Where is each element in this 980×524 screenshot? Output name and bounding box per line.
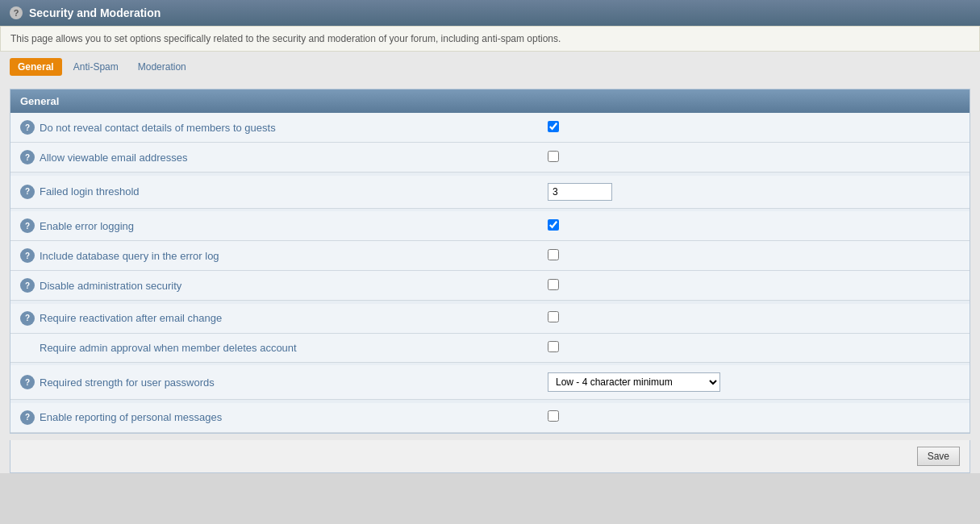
help-icon-failed-login[interactable]: ? xyxy=(20,185,35,199)
general-section: General ? Do not reveal contact details … xyxy=(10,89,970,434)
help-icon-error-logging[interactable]: ? xyxy=(20,218,35,233)
checkbox-db-query-log[interactable] xyxy=(548,249,559,260)
checkbox-report-pm[interactable] xyxy=(548,410,559,422)
help-icon-password-strength[interactable]: ? xyxy=(20,375,35,389)
label-reveal-contact: Do not reveal contact details of members… xyxy=(40,122,276,134)
row-error-logging: ? Enable error logging xyxy=(10,211,970,241)
checkbox-reveal-contact[interactable] xyxy=(548,121,559,132)
form-table: ? Do not reveal contact details of membe… xyxy=(10,113,970,433)
label-failed-login: Failed login threshold xyxy=(40,185,140,198)
label-viewable-email: Allow viewable email addresses xyxy=(40,152,188,164)
row-password-strength: ? Required strength for user passwords L… xyxy=(10,365,970,400)
row-admin-approval: Require admin approval when member delet… xyxy=(10,333,970,362)
tab-bar: General Anti-Spam Moderation xyxy=(0,52,980,82)
tab-moderation[interactable]: Moderation xyxy=(130,58,194,76)
row-db-query-log: ? Include database query in the error lo… xyxy=(10,241,970,271)
section-header: General xyxy=(10,89,970,113)
footer-row: Save xyxy=(10,440,970,473)
info-bar: This page allows you to set options spec… xyxy=(0,26,980,52)
select-password-strength[interactable]: Low - 4 character minimum Medium - 6 cha… xyxy=(548,372,720,392)
section-title: General xyxy=(20,95,59,107)
help-icon-reveal-contact[interactable]: ? xyxy=(20,120,35,135)
help-icon-db-query-log[interactable]: ? xyxy=(20,248,35,263)
checkbox-admin-security[interactable] xyxy=(548,279,559,290)
header-help-icon: ? xyxy=(10,6,23,19)
checkbox-viewable-email[interactable] xyxy=(548,151,559,162)
label-reactivation: Require reactivation after email change xyxy=(40,312,222,324)
help-icon-viewable-email[interactable]: ? xyxy=(20,150,35,164)
input-failed-login[interactable] xyxy=(548,183,612,201)
row-viewable-email: ? Allow viewable email addresses xyxy=(10,143,970,173)
label-db-query-log: Include database query in the error log xyxy=(40,250,219,262)
label-admin-approval: Require admin approval when member delet… xyxy=(40,342,297,354)
page-title: Security and Moderation xyxy=(29,6,161,19)
label-error-logging: Enable error logging xyxy=(40,220,134,232)
row-report-pm: ? Enable reporting of personal messages xyxy=(10,403,970,433)
checkbox-admin-approval[interactable] xyxy=(548,341,559,352)
help-icon-report-pm[interactable]: ? xyxy=(20,410,35,425)
tab-anti-spam[interactable]: Anti-Spam xyxy=(65,58,127,76)
help-icon-reactivation[interactable]: ? xyxy=(20,311,35,326)
label-password-strength: Required strength for user passwords xyxy=(40,376,215,389)
save-button[interactable]: Save xyxy=(917,447,960,466)
page-wrapper: ? Security and Moderation This page allo… xyxy=(0,0,980,473)
checkbox-error-logging[interactable] xyxy=(548,219,559,231)
row-reveal-contact: ? Do not reveal contact details of membe… xyxy=(10,113,970,143)
checkbox-reactivation[interactable] xyxy=(548,311,559,322)
label-report-pm: Enable reporting of personal messages xyxy=(40,411,222,423)
help-icon-admin-security[interactable]: ? xyxy=(20,278,35,293)
label-admin-security: Disable administration security xyxy=(40,280,181,292)
row-failed-login: ? Failed login threshold xyxy=(10,176,970,209)
row-admin-security: ? Disable administration security xyxy=(10,271,970,301)
info-bar-text: This page allows you to set options spec… xyxy=(10,33,561,44)
page-header: ? Security and Moderation xyxy=(0,0,980,26)
row-reactivation: ? Require reactivation after email chang… xyxy=(10,304,970,334)
tab-general[interactable]: General xyxy=(10,58,62,76)
